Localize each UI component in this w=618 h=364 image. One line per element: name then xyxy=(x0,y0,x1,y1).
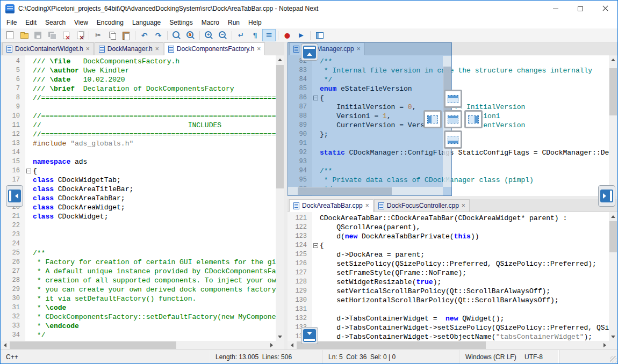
close-icon[interactable] xyxy=(155,46,159,52)
container-drop-indicator-left[interactable] xyxy=(6,185,23,207)
scroll-right-button[interactable] xyxy=(267,341,276,350)
fold-marker[interactable] xyxy=(313,243,318,248)
play-macro-button[interactable] xyxy=(294,29,308,41)
save-icon xyxy=(33,31,42,40)
menu-edit[interactable]: Edit xyxy=(21,17,41,28)
menu-settings[interactable]: Settings xyxy=(165,17,197,28)
zoom-out-button[interactable] xyxy=(216,29,229,41)
menu-run[interactable]: Run xyxy=(224,17,244,28)
scroll-up-button[interactable] xyxy=(276,55,284,64)
scroll-right-button[interactable] xyxy=(600,341,609,350)
find-button[interactable] xyxy=(170,29,183,41)
close-icon[interactable] xyxy=(365,202,369,209)
show-all-characters-button[interactable] xyxy=(248,29,262,41)
container-drop-indicator-top[interactable] xyxy=(301,43,318,61)
menu-macro[interactable]: Macro xyxy=(197,17,224,28)
close-all-button[interactable] xyxy=(73,29,87,41)
vertical-scrollbar-left[interactable] xyxy=(276,55,284,341)
copy-button[interactable] xyxy=(105,29,119,41)
scrollbar-thumb[interactable] xyxy=(609,68,617,115)
menu-search[interactable]: Search xyxy=(41,17,70,28)
dock-area-bottom-right: DockAreaTabBar.cppDockFocusController.cp… xyxy=(288,199,617,350)
fold-margin xyxy=(25,93,33,103)
maximize-button[interactable] xyxy=(568,1,593,17)
tab-dockcomponentsfactory-h[interactable]: DockComponentsFactory.h xyxy=(164,42,265,55)
fold-margin xyxy=(312,296,320,305)
scrollbar-thumb[interactable] xyxy=(297,341,486,349)
code-text: /** xyxy=(33,249,276,258)
drop-indicator-center[interactable] xyxy=(444,110,462,128)
folder-icon xyxy=(19,31,28,40)
fold-marker[interactable] xyxy=(26,169,31,173)
menubar: File Edit Search View Encoding Language … xyxy=(1,17,617,28)
scrollbar-thumb[interactable] xyxy=(276,65,284,188)
tab-dockmanager-h[interactable]: DockManager.h xyxy=(95,42,163,55)
paste-button[interactable] xyxy=(119,29,133,41)
code-line: 34 */ xyxy=(1,331,276,340)
open-file-button[interactable] xyxy=(17,29,31,41)
container-drop-indicator-bottom[interactable] xyxy=(301,327,318,344)
undo-icon xyxy=(140,31,149,40)
scroll-up-button[interactable] xyxy=(609,55,617,64)
replace-button[interactable] xyxy=(184,29,197,41)
redo-button[interactable] xyxy=(152,29,165,41)
fold-margin xyxy=(312,314,320,323)
menu-language[interactable]: Language xyxy=(128,17,165,28)
scroll-down-button[interactable] xyxy=(276,332,284,341)
scroll-left-button[interactable] xyxy=(1,341,9,350)
code-text: * \endcode xyxy=(33,322,276,331)
scroll-left-button[interactable] xyxy=(288,341,296,350)
resize-grip[interactable] xyxy=(559,350,617,363)
docking-view-button[interactable] xyxy=(313,29,326,41)
minimize-button[interactable] xyxy=(543,1,568,17)
code-text xyxy=(33,103,276,112)
zoom-in-button[interactable] xyxy=(202,29,215,41)
tab-dockcontainerwidget-h[interactable]: DockContainerWidget.h xyxy=(2,42,94,55)
drop-indicator-left[interactable] xyxy=(423,110,442,128)
horizontal-scrollbar-left[interactable] xyxy=(1,341,276,350)
drop-indicator-top[interactable] xyxy=(444,90,462,108)
code-line: 4/// \file DockComponentsFactory.h xyxy=(1,57,276,66)
close-button[interactable] xyxy=(593,1,617,17)
scrollbar-thumb[interactable] xyxy=(10,341,176,349)
scroll-up-button[interactable] xyxy=(609,212,617,221)
cut-button[interactable] xyxy=(91,29,105,41)
word-wrap-button[interactable] xyxy=(234,29,248,41)
menu-encoding[interactable]: Encoding xyxy=(92,17,128,28)
arrow-up-icon xyxy=(611,59,615,61)
close-icon[interactable] xyxy=(257,46,261,52)
code-line: 31 * \code xyxy=(1,303,276,312)
menu-help[interactable]: Help xyxy=(244,17,266,28)
code-text: * you can create your own derived dock c… xyxy=(33,285,276,294)
container-drop-indicator-right[interactable] xyxy=(598,185,615,207)
horizontal-scrollbar-bottom-right[interactable] xyxy=(288,341,609,350)
line-number: 132 xyxy=(288,314,312,323)
tab-dockfocuscontroller-cpp[interactable]: DockFocusController.cpp xyxy=(374,199,470,212)
record-macro-button[interactable] xyxy=(281,29,294,41)
vertical-scrollbar-bottom-right[interactable] xyxy=(609,212,617,341)
close-icon[interactable] xyxy=(462,202,465,209)
save-all-button[interactable] xyxy=(45,29,59,41)
code-text: * A default unique instance provided by … xyxy=(33,267,276,276)
menu-view[interactable]: View xyxy=(70,17,92,28)
editor-left[interactable]: 4/// \file DockComponentsFactory.h5/// \… xyxy=(1,55,276,341)
drop-indicator-bottom[interactable] xyxy=(444,130,462,149)
new-file-button[interactable] xyxy=(3,29,17,41)
undo-button[interactable] xyxy=(138,29,151,41)
scroll-down-button[interactable] xyxy=(609,332,617,341)
code-text xyxy=(33,230,276,239)
vertical-scrollbar-top-right[interactable] xyxy=(609,55,617,196)
code-text: setHorizontalScrollBarPolicy(Qt::ScrollB… xyxy=(320,296,609,305)
scrollbar-thumb[interactable] xyxy=(609,221,617,252)
tab-dockareatabbar-cpp[interactable]: DockAreaTabBar.cpp xyxy=(289,199,373,212)
drop-indicator-right[interactable] xyxy=(464,110,483,128)
indent-guide-button[interactable] xyxy=(262,29,276,41)
code-text: d->DockArea = parent; xyxy=(320,250,609,259)
editor-bottom-right[interactable]: 121CDockAreaTabBar::CDockAreaTabBar(CDoc… xyxy=(288,212,609,341)
code-line: 25/** xyxy=(1,249,276,258)
close-file-button[interactable] xyxy=(59,29,73,41)
save-all-icon xyxy=(47,31,56,40)
save-file-button[interactable] xyxy=(31,29,45,41)
close-icon[interactable] xyxy=(86,46,90,52)
menu-file[interactable]: File xyxy=(2,17,21,28)
